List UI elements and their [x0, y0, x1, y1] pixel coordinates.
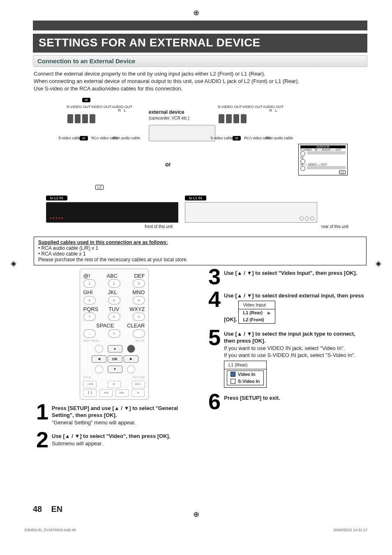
- port-svideo-out: S-VIDEO OUT: [67, 105, 91, 113]
- right-button: ▶: [124, 355, 138, 363]
- audio-r: R: [118, 108, 121, 113]
- to-l2-in-label: to L2 IN: [46, 196, 67, 200]
- or-pill-right: or: [233, 136, 241, 141]
- step-5-sub2: If you want to use S-VIDEO IN jack, sele…: [224, 352, 355, 358]
- dvd-vcr-label: DVD/VCR: [300, 145, 346, 148]
- front-caption: front of this unit: [145, 224, 173, 229]
- step-5-sub1: If you want to use VIDEO IN jack, select…: [224, 345, 345, 351]
- print-timestamp: 2008/05/15 14:31:17: [333, 528, 367, 532]
- port-video-out: VIDEO OUT: [91, 105, 111, 113]
- menu5-header: L1 (Rear): [224, 361, 266, 369]
- l1-badge: L1: [339, 170, 346, 174]
- intro-line-1: Connect the external device properly to …: [34, 71, 265, 77]
- external-device-title: external device: [149, 109, 184, 115]
- rear-svideo: S-VIDEO: [300, 148, 312, 151]
- menu5-row2: S-Video In: [238, 378, 260, 385]
- audio-r2: R: [269, 108, 272, 113]
- plug-icon: [233, 114, 239, 123]
- step-1-sub: "General Setting" menu will appear.: [52, 419, 136, 426]
- port-svideo-out-r: S-VIDEO OUT: [218, 105, 242, 113]
- port-audio-out-r: AUDIO OUT: [263, 105, 284, 109]
- return-button: [127, 365, 135, 373]
- registration-mark-icon: ⊕: [193, 8, 199, 17]
- cables-note-item-1: • RCA audio cable (L/R) x 1: [38, 245, 98, 251]
- step-5-main: Use [▲ / ▼] to select the input jack typ…: [224, 331, 355, 344]
- page-title: SETTINGS FOR AN EXTERNAL DEVICE: [33, 34, 367, 53]
- checkbox-selected-icon: [231, 372, 235, 377]
- rear-caption: rear of this unit: [321, 224, 348, 229]
- intro-line-2: When connecting an external device of mo…: [34, 78, 299, 84]
- stop-icon: ■: [131, 389, 145, 397]
- plug-icon: [90, 114, 95, 123]
- or-pill-left: or: [80, 136, 88, 141]
- step-number-1: 1: [33, 403, 48, 426]
- rear-in-video-out: IN — VIDEO — OUT: [300, 163, 346, 166]
- ff-icon: ▶▶: [115, 389, 129, 397]
- step-number-5: 5: [205, 329, 221, 388]
- step-number-4: 4: [205, 290, 221, 324]
- step-4: 4 Use [▲ / ▼] to select desired external…: [205, 290, 367, 324]
- step-6-main: Press [SETUP] to exit.: [224, 395, 280, 401]
- step-6: 6 Press [SETUP] to exit.: [205, 393, 367, 410]
- step-2-sub: Submenu will appear.: [52, 440, 103, 447]
- skip-back-icon: |◀◀: [83, 381, 97, 388]
- disc-menu-label: DISC MENU: [83, 339, 99, 343]
- plug-icon: [82, 114, 88, 123]
- cables-note-item-2: • RCA video cable x 1: [38, 251, 86, 257]
- svideo-cable-label-r: S-video cable: [210, 136, 233, 140]
- cables-note-footer: Please purchase the rest of the necessar…: [38, 257, 188, 263]
- step-number-6: 6: [205, 393, 221, 410]
- rear-unit-illustration: [185, 202, 317, 223]
- step-2-main: Use [▲ / ▼] to select "Video", then pres…: [52, 433, 171, 439]
- menu4-row1: L1 (Rear): [243, 310, 263, 316]
- page-footer: 48 EN: [33, 504, 62, 514]
- intro-text: Connect the external device properly to …: [34, 70, 367, 93]
- menu5-row1: Video In: [238, 371, 256, 378]
- step-3: 3 Use [▲ / ▼] to select "Video Input", t…: [205, 268, 367, 286]
- setup-label: SETUP: [135, 339, 145, 343]
- pause-icon: ❚❚: [83, 389, 97, 397]
- left-button: ◀: [92, 355, 106, 363]
- external-device-icon: [149, 125, 215, 141]
- print-file: E9M81UD_ZV457MG9.indd 48: [25, 528, 76, 532]
- registration-mark-icon: ◈: [11, 259, 16, 268]
- menu4-row2: L2 (Front): [243, 317, 264, 323]
- header-strip: [33, 21, 367, 30]
- page-lang: EN: [51, 504, 62, 514]
- audio-l2: L: [275, 108, 277, 113]
- step-3-main: Use [▲ / ▼] to select "Video Input", the…: [224, 270, 357, 276]
- port-video-out-r: VIDEO OUT: [242, 105, 263, 113]
- title-button: [95, 365, 103, 373]
- audio-l: L: [124, 108, 126, 113]
- down-button: ▼: [108, 366, 122, 373]
- l2-badge: L2: [95, 185, 104, 190]
- plug-icon: [67, 114, 73, 123]
- cables-note-heading: Supplied cables used in this connection …: [38, 240, 168, 245]
- to-l1-in-label: to L1 IN: [185, 196, 206, 200]
- plug-icon: [219, 114, 224, 123]
- big-or-label: or: [165, 161, 171, 168]
- registration-mark-icon: ⊕: [193, 510, 199, 519]
- l1-rear-menu: L1 (Rear) Video In S-Video In: [224, 361, 267, 388]
- disc-menu-button: [95, 345, 103, 353]
- registration-mark-icon: ◈: [376, 259, 381, 268]
- or-pill-top-left: or: [82, 98, 90, 103]
- connection-diagram: or S-VIDEO OUT VIDEO OUT AUDIO OUT R L S…: [34, 95, 367, 235]
- step-number-3: 3: [205, 268, 221, 286]
- rear-in-audio-out: IN — AUDIO — OUT: [315, 148, 341, 151]
- section-heading-connection: Connection to an External Device: [33, 55, 367, 67]
- front-unit-illustration: ● ● ● ● ●: [46, 202, 178, 223]
- checkbox-empty-icon: [231, 379, 235, 384]
- menu4-header: Video Input: [239, 301, 275, 309]
- skip-fwd-icon: ▶▶|: [132, 381, 145, 388]
- external-device-sub: (camcorder, VCR etc.): [149, 116, 189, 120]
- step-2: 2 Use [▲ / ▼] to select "Video", then pr…: [33, 431, 195, 449]
- dvd-vcr-panel: DVD/VCR S-VIDEO IN — AUDIO — OUT IN IN —…: [298, 144, 348, 175]
- triangle-right-icon: ▶: [267, 310, 271, 316]
- title-label: TITLE: [83, 375, 91, 379]
- step-5: 5 Use [▲ / ▼] to select the input jack t…: [205, 329, 367, 388]
- up-button: ▲: [108, 345, 122, 352]
- supplied-cables-note: Supplied cables used in this connection …: [34, 237, 367, 265]
- page-number: 48: [33, 504, 42, 514]
- step-number-2: 2: [33, 431, 48, 449]
